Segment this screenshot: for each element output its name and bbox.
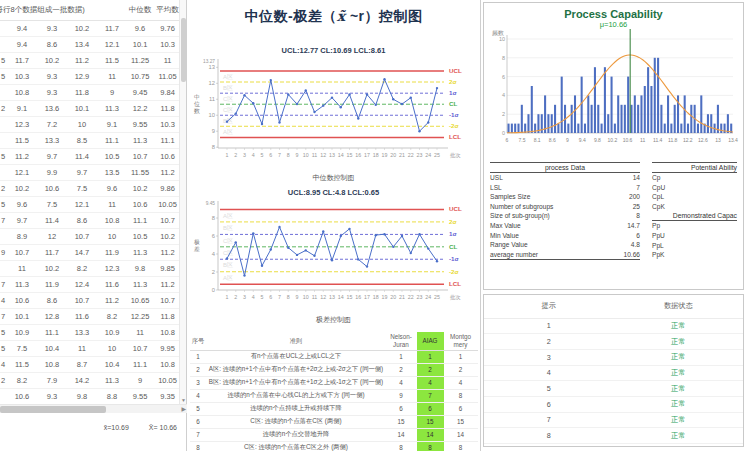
svg-text:3: 3 (243, 294, 246, 300)
status-badge: 正常 (671, 399, 685, 408)
median-cell: 11.25 (127, 52, 153, 68)
svg-text:12: 12 (208, 80, 214, 86)
svg-text:12: 12 (320, 294, 326, 300)
svg-text:15: 15 (346, 152, 352, 158)
sample-cell-clipped (0, 84, 7, 100)
rule-aiag-value: 7 (417, 389, 444, 402)
rule-row: 4连续的n个点落在中心线CL的上方或下方 (同一侧)978 (190, 389, 478, 402)
rules-nelson-header: Nelson-Juran (386, 332, 417, 350)
svg-text:差: 差 (194, 246, 200, 252)
sample-cell: 12.1 (67, 196, 97, 212)
table-row: 12.19.99.713.511.5511.2 (0, 164, 179, 180)
sample-cell: 11.1 (97, 132, 127, 148)
table-row: 1110.28.212.39.89.85 (0, 260, 179, 276)
scroll-down-arrow-icon[interactable]: ▼ (180, 397, 187, 404)
horizontal-scrollbar[interactable]: ▶ (0, 404, 187, 413)
svg-text:9.8: 9.8 (594, 137, 601, 143)
ability-table: Potential Ability CpCpUCpLCpK Demonstrat… (652, 162, 737, 260)
sample-cell-clipped: 7 (0, 212, 7, 228)
median-cell: 9.8 (127, 260, 153, 276)
rule-aiag-value: 4 (417, 376, 444, 389)
svg-text:LCL: LCL (449, 133, 461, 140)
sample-cell: 9.3 (37, 68, 67, 84)
sample-cell: 11 (97, 68, 127, 84)
sample-cell: 9.7 (37, 148, 67, 164)
mean-cell: 9.95 (153, 340, 179, 356)
status-row: 8正常 (484, 428, 743, 444)
process-data-table: process Data USL14LSL7Samples Size200Num… (490, 162, 640, 260)
mean-cell: 11.05 (153, 68, 179, 84)
table-row: 59.67.512.11110.610.05 (0, 196, 179, 212)
rule-text: C区: 连续的n个点落在C区之外 (两侧) (207, 441, 386, 451)
svg-text:11.8: 11.8 (668, 137, 678, 143)
page-title: 中位数-极差（x̃ ~r）控制图 (187, 8, 480, 26)
svg-text:9.45: 9.45 (205, 201, 215, 206)
table-row: 910.711.714.711.911.311.2 (0, 244, 179, 260)
sample-cell: 10.2 (37, 52, 67, 68)
demonstrated-capacity-label: PpL (652, 241, 737, 251)
svg-text:LCL: LCL (449, 280, 461, 287)
mean-cell: 11.8 (153, 308, 179, 324)
spc-app: (每行8个数据组成一批数据) 中位数 平均数 9.49.310.211.79.6… (0, 0, 747, 451)
status-state-cell: 正常 (614, 428, 744, 444)
sample-cell: 11.7 (7, 52, 37, 68)
sample-cell: 10.8 (7, 84, 37, 100)
sample-cell: 11.6 (97, 276, 127, 292)
status-batch-header: 提示 (484, 295, 614, 318)
median-cell: 10.65 (127, 292, 153, 308)
svg-text:13: 13 (329, 152, 335, 158)
table-row: 9.48.613.412.110.110.3 (0, 36, 179, 52)
median-column-header: 中位数 (127, 0, 153, 20)
capability-histogram: 0246810频数67.58.18.699.49.810.210.61111.4… (487, 29, 740, 159)
process-data-row: Samples Size200 (490, 192, 640, 202)
svg-text:UCL: UCL (449, 205, 462, 212)
samples-note: (每行8个数据组成一批数据) (0, 5, 127, 15)
rule-text: C区: 连续的n个点落在C区 (两侧) (207, 415, 386, 428)
table-row: 29.113.610.111.312.211.8 (0, 100, 179, 116)
median-chart-limits: UCL:12.77 CL:10.69 LCL:8.61 (187, 46, 480, 55)
sample-cell-clipped: 9 (0, 244, 7, 260)
rule-montgomery-value: 15 (444, 415, 478, 428)
svg-text:4: 4 (211, 251, 215, 257)
rule-no: 3 (190, 376, 207, 389)
sample-cell: 11 (97, 196, 127, 212)
process-data-title: process Data (490, 162, 640, 173)
svg-text:CL: CL (449, 243, 457, 250)
sample-cell: 10.6 (37, 180, 67, 196)
svg-text:9: 9 (566, 137, 569, 143)
status-row: 7正常 (484, 412, 743, 428)
mean-cell: 11.2 (153, 276, 179, 292)
vertical-scrollbar[interactable]: ▼ (179, 0, 186, 404)
rules-no-header: 序号 (190, 332, 207, 350)
range-chart-limits: UCL:8.95 CL:4.8 LCL:0.65 (187, 188, 480, 197)
status-batch-number: 6 (484, 396, 614, 412)
svg-text:4: 4 (251, 294, 254, 300)
rule-no: 4 (190, 389, 207, 402)
svg-text:17: 17 (364, 152, 370, 158)
svg-text:数: 数 (194, 108, 200, 114)
sample-cell: 10.4 (37, 340, 67, 356)
svg-text:-2σ: -2σ (449, 122, 460, 129)
sample-cell: 8.6 (37, 292, 67, 308)
rule-text: A区: 连续的n+1个点中有n个点落在+2σ之上或-2σ之下 (同一侧) (207, 363, 386, 376)
median-cell: 11.3 (127, 244, 153, 260)
status-badge: 正常 (671, 384, 685, 393)
process-data-label: USL (490, 173, 503, 183)
vertical-scrollbar-thumb[interactable] (181, 18, 186, 82)
svg-text:4: 4 (502, 92, 505, 98)
sample-cell-clipped: 4 (0, 356, 7, 372)
horizontal-scrollbar-thumb[interactable] (0, 406, 106, 413)
scroll-right-arrow-icon[interactable]: ▶ (181, 405, 186, 414)
status-badge: 正常 (671, 321, 685, 330)
sample-cell: 10.2 (7, 180, 37, 196)
process-data-value: 7 (636, 183, 640, 193)
svg-text:10: 10 (302, 152, 308, 158)
process-data-row: Max Value14.7 (490, 221, 640, 231)
median-cell: 11.55 (127, 164, 153, 180)
capability-mu-label: μ=10.66 (484, 20, 743, 29)
sample-cell-clipped: 7 (0, 308, 7, 324)
sample-cell: 11.9 (97, 244, 127, 260)
sample-cell: 11.1 (37, 324, 67, 340)
svg-text:8: 8 (211, 215, 214, 221)
mean-cell: 9.35 (153, 388, 179, 404)
